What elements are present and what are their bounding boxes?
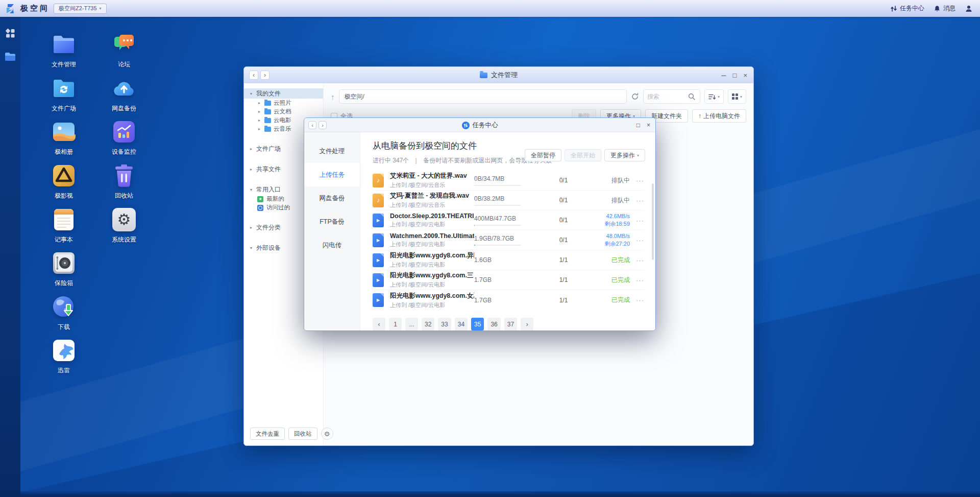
pager-page-button-active[interactable]: 35 [471,318,484,330]
task-count: 1/1 [546,256,581,264]
sidebar-label: 常用入口 [256,185,281,194]
visited-icon [257,205,263,211]
forward-button[interactable]: › [318,121,327,129]
tab-file-processing[interactable]: 文件处理 [304,139,360,163]
desktop-icon-photo-album[interactable]: 极相册 [36,120,92,156]
scrollbar-thumb[interactable] [652,183,654,260]
dock-folder-icon[interactable] [4,51,16,63]
desktop-icon-thunder[interactable]: 迅雷 [36,339,92,375]
desktop-icon-device-monitor[interactable]: 设备监控 [96,120,152,156]
row-menu-button[interactable]: ··· [630,217,644,224]
pager-page-button[interactable]: 37 [504,318,517,330]
tree-closed-icon: ▸ [258,109,264,114]
row-menu-button[interactable]: ··· [630,236,644,244]
topbar-user[interactable] [965,5,973,13]
row-menu-button[interactable]: ··· [630,296,644,304]
sort-button[interactable]: ▾ [704,89,724,104]
dedupe-button[interactable]: 文件去重 [250,428,285,440]
upload-button[interactable]: ↑ 上传电脑文件 [692,109,746,123]
desktop-icon-cloud-backup[interactable]: 网盘备份 [96,77,152,113]
refresh-icon[interactable] [631,92,639,101]
search-icon[interactable] [688,93,695,100]
settings-gear-button[interactable]: ⚙ [321,428,333,440]
minimize-button[interactable]: ─ [721,72,726,79]
task-row: ▶ 阳光电影www.ygdy8.com.三：最后接触... 上传到 /极空间/云… [373,270,644,290]
sidebar-item-cloud-docs[interactable]: ▸ 云文档 [244,107,323,116]
recycle-button[interactable]: 回收站 [288,428,317,440]
pager-next-button[interactable]: › [521,318,533,330]
desktop-icon-label: 极相册 [36,148,92,156]
window-folder-icon [480,73,487,78]
close-button[interactable]: × [647,122,650,128]
maximize-button[interactable]: □ [636,122,640,128]
desktop-icon-file-manager[interactable]: 文件管理 [36,33,92,69]
desktop-icon-forum[interactable]: 论坛 [96,33,152,69]
pager-ellipsis[interactable]: ... [405,318,418,330]
search-input[interactable] [647,93,686,100]
desktop-icon-movies[interactable]: 极影视 [36,164,92,200]
address-bar[interactable] [339,89,627,104]
task-destination: 上传到 /极空间/云电影 [390,301,474,309]
task-more-actions-button[interactable]: 更多操作 ▾ [604,149,645,161]
task-size: 0B/38.2MB [474,195,546,202]
pager-page-button[interactable]: 32 [422,318,434,330]
sidebar-label: 共享文件 [256,165,281,174]
device-selector[interactable]: 极空间Z2-T735 ▾ [54,4,107,14]
tree-open-icon: ▾ [250,246,256,250]
tab-upload-tasks[interactable]: 上传任务 [304,163,360,186]
task-progress-count: 进行中 347个 [373,156,409,165]
up-directory-icon[interactable]: ↑ [331,92,335,101]
pager-page-button[interactable]: 1 [389,318,402,330]
tab-ftp-backup[interactable]: FTP备份 [304,210,360,233]
tree-closed-icon: ▸ [258,127,264,131]
sort-icon [708,93,716,100]
desktop-icon-notes[interactable]: 记事本 [36,208,92,244]
topbar-messages[interactable]: 消息 [934,4,955,13]
tab-flash-transfer[interactable]: 闪电传 [304,233,360,257]
pager-page-button[interactable]: 33 [438,318,451,330]
forward-button[interactable]: › [260,70,270,80]
task-name: 阳光电影www.ygdy8.com.女巫.BD.108... [390,292,474,300]
task-size: 1.6GB [474,256,546,264]
tab-cloud-backup[interactable]: 网盘备份 [304,186,360,210]
tree-closed-icon: ▸ [258,101,264,105]
desktop-icon-label: 系统设置 [96,235,152,244]
tree-closed-icon: ▸ [250,225,256,230]
tree-closed-icon: ▸ [258,118,264,123]
task-row: ▶ 阳光电影www.ygdy8.com.异国阴宅.BD... 上传到 /极空间/… [373,250,644,270]
start-all-button[interactable]: 全部开始 [565,149,601,161]
pager-prev-button[interactable]: ‹ [373,318,385,330]
row-menu-button[interactable]: ··· [630,256,644,264]
desktop-icon-system-settings[interactable]: ⚙ 系统设置 [96,208,152,244]
chevron-down-icon: ▾ [100,6,102,11]
task-destination: 上传到 /极空间/云电影 [390,241,474,248]
pause-all-button[interactable]: 全部暂停 [525,149,561,161]
folder-icon [264,101,271,106]
sidebar-item-my-files[interactable]: ▾ 我的文件 [244,88,323,99]
maximize-button[interactable]: □ [733,72,737,79]
desktop-icon-recycle-bin[interactable]: 回收站 [96,164,152,200]
sidebar-item-cloud-photos[interactable]: ▸ 云照片 [244,99,323,107]
topbar-task-center[interactable]: 任务中心 [890,4,924,13]
close-button[interactable]: × [743,72,747,79]
pager-page-button[interactable]: 36 [487,318,500,330]
pager-page-button[interactable]: 34 [455,318,468,330]
desktop-icon-label: 回收站 [96,192,152,200]
desktop-icon-safe-box[interactable]: 保险箱 [36,251,92,288]
desktop-icon-label: 网盘备份 [96,104,152,113]
row-menu-button[interactable]: ··· [630,177,644,184]
app-grid-icon[interactable] [4,27,16,39]
task-name: 阳光电影www.ygdy8.com.三：最后接触... [390,271,474,280]
row-menu-button[interactable]: ··· [630,197,644,204]
task-destination: 上传到 /极空间/云电影 [390,261,474,269]
row-menu-button[interactable]: ··· [630,276,644,284]
tree-closed-icon: ▸ [250,167,256,172]
desktop-icon-downloads[interactable]: 下载 [36,295,92,332]
sidebar-label: 云音乐 [274,125,291,133]
back-button[interactable]: ‹ [308,121,316,129]
photo-album-icon [52,120,76,144]
view-mode-button[interactable]: ▾ [728,89,746,104]
desktop-icon-file-plaza[interactable]: 文件广场 [36,77,92,113]
back-button[interactable]: ‹ [249,70,258,80]
progress-bar [474,245,521,246]
